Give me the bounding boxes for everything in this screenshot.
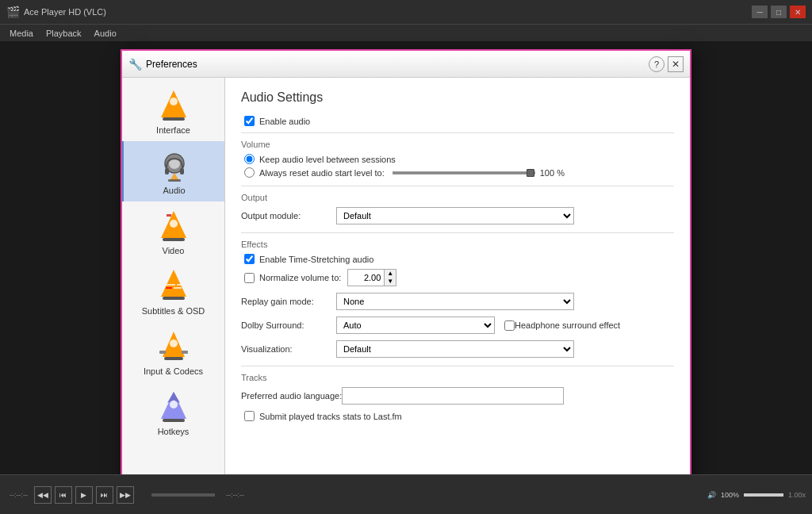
prev-button[interactable]: ⏮ bbox=[55, 486, 72, 504]
svg-point-11 bbox=[170, 220, 178, 228]
svg-rect-3 bbox=[163, 117, 185, 121]
video-label: Video bbox=[163, 246, 185, 255]
svg-rect-15 bbox=[163, 297, 185, 300]
spinbox-down-button[interactable]: ▼ bbox=[385, 278, 396, 286]
dolby-surround-select[interactable]: Auto On Off bbox=[336, 316, 495, 334]
video-icon bbox=[155, 208, 193, 246]
normalize-input[interactable] bbox=[348, 271, 384, 284]
player-bar: --:--:-- ◀◀ ⏮ ▶ ⏭ ▶▶ --:--:-- 🔊 100% 1.0… bbox=[0, 474, 812, 514]
svg-rect-24 bbox=[182, 351, 188, 354]
output-section: Output Output module: Default DirectSoun… bbox=[241, 193, 674, 224]
effects-section: Effects Enable Time-Stretching audio Nor… bbox=[241, 240, 674, 358]
player-right: 🔊 100% 1.00x bbox=[707, 491, 806, 499]
interface-label: Interface bbox=[156, 125, 190, 135]
svg-rect-18 bbox=[166, 287, 172, 289]
content-title: Audio Settings bbox=[241, 90, 674, 105]
preferred-lang-input[interactable] bbox=[342, 387, 564, 405]
lastfm-row: Submit played tracks stats to Last.fm bbox=[241, 411, 674, 421]
menu-bar: Media Playback Audio bbox=[0, 24, 812, 41]
menu-media[interactable]: Media bbox=[3, 27, 40, 40]
svg-point-21 bbox=[170, 339, 178, 347]
spinbox-buttons: ▲ ▼ bbox=[384, 270, 396, 286]
enable-audio-label[interactable]: Enable audio bbox=[259, 117, 310, 126]
lastfm-label[interactable]: Submit played tracks stats to Last.fm bbox=[259, 412, 402, 421]
volume-fill bbox=[744, 493, 783, 497]
tracks-section-label: Tracks bbox=[241, 373, 674, 382]
close-app-button[interactable]: ✕ bbox=[790, 6, 806, 18]
reset-level-radio[interactable] bbox=[244, 167, 255, 178]
svg-point-2 bbox=[170, 98, 178, 105]
sidebar-item-video[interactable]: Video bbox=[122, 201, 224, 262]
sidebar-item-input[interactable]: Input & Codecs bbox=[122, 322, 224, 382]
seek-bar[interactable] bbox=[151, 493, 215, 497]
svg-rect-12 bbox=[163, 238, 185, 241]
main-background: 🔧 Preferences ? ✕ bbox=[0, 41, 812, 474]
app-title: Ace Player HD (VLC) bbox=[24, 7, 752, 17]
menu-playback[interactable]: Playback bbox=[40, 27, 88, 40]
input-icon bbox=[155, 328, 193, 366]
volume-slider-track[interactable] bbox=[393, 171, 535, 175]
volume-radio-group: Keep audio level between sessions Always… bbox=[241, 154, 674, 178]
time-stretching-label[interactable]: Enable Time-Stretching audio bbox=[259, 255, 373, 264]
dialog-icon: 🔧 bbox=[128, 58, 141, 71]
output-module-label: Output module: bbox=[241, 211, 336, 221]
taskbar: 🎬 Ace Player HD (VLC) ─ □ ✕ bbox=[0, 0, 812, 24]
svg-rect-13 bbox=[167, 214, 171, 217]
svg-rect-7 bbox=[180, 168, 184, 175]
enable-audio-checkbox[interactable] bbox=[244, 116, 255, 126]
volume-slider-thumb bbox=[527, 169, 534, 177]
sidebar-item-interface[interactable]: Interface bbox=[122, 81, 224, 141]
volume-slider-container: 100 % bbox=[393, 168, 674, 178]
interface-icon bbox=[155, 87, 193, 125]
normalize-label[interactable]: Normalize volume to: bbox=[259, 273, 341, 282]
keep-level-label[interactable]: Keep audio level between sessions bbox=[259, 155, 396, 164]
volume-bar[interactable] bbox=[744, 493, 783, 497]
headphone-checkbox[interactable] bbox=[504, 320, 515, 331]
visualization-row: Visualization: Default Spectrometer Scop… bbox=[241, 340, 674, 358]
time-stretching-checkbox[interactable] bbox=[244, 254, 255, 264]
visualization-select[interactable]: Default Spectrometer Scope VU meter bbox=[336, 340, 574, 358]
spinbox-up-button[interactable]: ▲ bbox=[385, 270, 396, 278]
keep-level-radio[interactable] bbox=[244, 154, 255, 164]
volume-value: 100% bbox=[721, 491, 739, 499]
menu-audio[interactable]: Audio bbox=[88, 27, 123, 40]
normalize-checkbox[interactable] bbox=[244, 273, 255, 283]
minimize-button[interactable]: ─ bbox=[752, 6, 768, 18]
headphone-label[interactable]: Headphone surround effect bbox=[515, 320, 620, 330]
visualization-label: Visualization: bbox=[241, 344, 336, 354]
player-controls: --:--:-- ◀◀ ⏮ ▶ ⏭ ▶▶ --:--:-- bbox=[6, 486, 247, 504]
divider-1 bbox=[241, 132, 674, 133]
subtitles-icon bbox=[155, 268, 193, 306]
help-button[interactable]: ? bbox=[649, 56, 665, 72]
sidebar-item-hotkeys[interactable]: Hotkeys bbox=[122, 382, 224, 443]
svg-rect-9 bbox=[168, 179, 181, 182]
reset-level-label[interactable]: Always reset audio start level to: bbox=[259, 168, 385, 178]
fast-forward-button[interactable]: ▶▶ bbox=[117, 486, 134, 504]
sidebar: Interface Audio bbox=[122, 78, 225, 474]
volume-section-label: Volume bbox=[241, 140, 674, 149]
preferred-lang-row: Preferred audio language: bbox=[241, 387, 674, 405]
volume-icon: 🔊 bbox=[707, 491, 716, 499]
lastfm-checkbox[interactable] bbox=[244, 411, 255, 421]
replay-gain-label: Replay gain mode: bbox=[241, 297, 336, 306]
next-button[interactable]: ⏭ bbox=[96, 486, 113, 504]
stop-button[interactable]: ▶ bbox=[75, 486, 93, 504]
maximize-button[interactable]: □ bbox=[771, 6, 787, 18]
dialog-body: Interface Audio bbox=[122, 78, 690, 474]
output-module-select[interactable]: Default DirectSound WaveOut WASAPI bbox=[336, 207, 574, 224]
input-label: Input & Codecs bbox=[144, 366, 203, 376]
app-icon: 🎬 bbox=[6, 6, 19, 18]
subtitles-label: Subtitles & OSD bbox=[142, 306, 205, 316]
close-dialog-button[interactable]: ✕ bbox=[668, 56, 684, 72]
time-total: --:--:-- bbox=[226, 491, 244, 499]
replay-gain-select[interactable]: None Track Album bbox=[336, 293, 574, 310]
dolby-surround-row: Dolby Surround: Auto On Off Headphone su… bbox=[241, 316, 674, 334]
enable-audio-row: Enable audio bbox=[241, 116, 674, 126]
sidebar-item-subtitles[interactable]: Subtitles & OSD bbox=[122, 262, 224, 322]
volume-percent-label: 100 % bbox=[540, 168, 565, 178]
time-stretching-row: Enable Time-Stretching audio bbox=[241, 254, 674, 264]
play-button[interactable]: ◀◀ bbox=[34, 486, 52, 504]
dolby-surround-label: Dolby Surround: bbox=[241, 320, 336, 330]
sidebar-item-audio[interactable]: Audio bbox=[122, 141, 224, 201]
dialog-overlay: 🔧 Preferences ? ✕ bbox=[0, 41, 812, 474]
